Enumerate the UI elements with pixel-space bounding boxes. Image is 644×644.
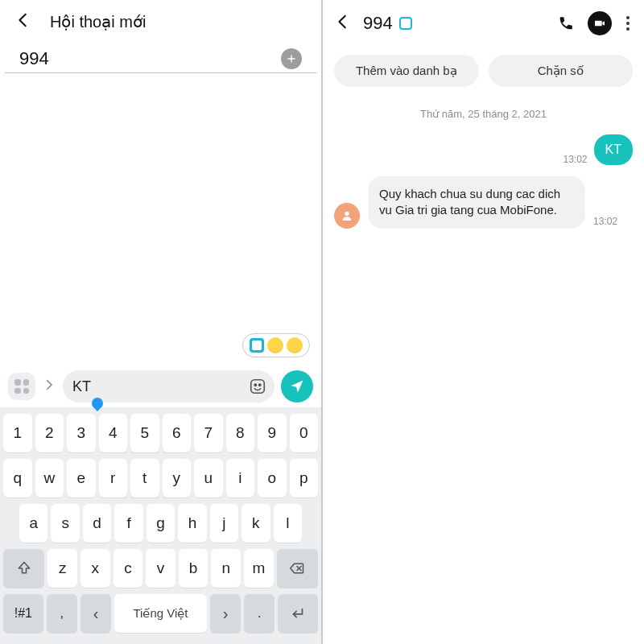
prev-lang-key[interactable]: ‹ <box>80 594 111 633</box>
key-f[interactable]: f <box>114 504 142 543</box>
key-8[interactable]: 8 <box>226 414 255 452</box>
back-icon[interactable] <box>14 11 32 32</box>
more-menu-icon[interactable] <box>623 16 633 31</box>
key-2[interactable]: 2 <box>35 414 64 452</box>
key-e[interactable]: e <box>67 459 96 497</box>
video-call-icon[interactable] <box>588 11 612 35</box>
key-m[interactable]: m <box>244 549 274 588</box>
block-number-chip[interactable]: Chặn số <box>489 55 634 87</box>
key-w[interactable]: w <box>35 459 64 497</box>
key-p[interactable]: p <box>290 459 319 497</box>
key-g[interactable]: g <box>147 504 175 543</box>
key-row-4: zxcvbnm <box>3 549 318 588</box>
incoming-time: 13:02 <box>593 216 617 227</box>
rcs-badge-icon <box>399 17 412 30</box>
key-n[interactable]: n <box>211 549 241 588</box>
key-l[interactable]: l <box>274 504 302 543</box>
svg-rect-2 <box>251 380 265 394</box>
compose-title: Hội thoại mới <box>50 12 146 31</box>
thread-title-text: 994 <box>363 13 393 34</box>
keyboard: 1234567890 qwertyuiop asdfghjkl zxcvbnm … <box>0 407 321 644</box>
key-x[interactable]: x <box>80 549 110 588</box>
key-u[interactable]: u <box>194 459 223 497</box>
key-r[interactable]: r <box>99 459 128 497</box>
key-y[interactable]: y <box>163 459 192 497</box>
key-j[interactable]: j <box>210 504 238 543</box>
recipient-input[interactable]: 994 <box>19 48 273 69</box>
svg-point-4 <box>259 384 261 386</box>
key-3[interactable]: 3 <box>67 414 96 452</box>
send-button[interactable] <box>281 370 313 402</box>
svg-point-3 <box>254 384 256 386</box>
key-s[interactable]: s <box>51 504 79 543</box>
key-6[interactable]: 6 <box>163 414 192 452</box>
svg-point-7 <box>345 211 349 215</box>
key-row-3: asdfghjkl <box>3 504 318 543</box>
key-h[interactable]: h <box>178 504 206 543</box>
apps-grid-icon[interactable] <box>8 373 35 400</box>
heart-eyes-emoji-icon <box>287 337 303 353</box>
compose-screen: Hội thoại mới 994 KT <box>0 0 321 644</box>
recipient-row: 994 <box>5 43 316 73</box>
symbols-key[interactable]: !#1 <box>3 594 43 633</box>
expand-icon[interactable] <box>42 378 56 395</box>
key-1[interactable]: 1 <box>3 414 32 452</box>
sticker-icon <box>250 338 264 353</box>
compose-header: Hội thoại mới <box>0 0 321 43</box>
outgoing-message-row: 13:02 KT <box>334 134 633 165</box>
key-c[interactable]: c <box>114 549 143 588</box>
action-chips: Thêm vào danh bạ Chặn số <box>323 47 644 101</box>
incoming-message-row: Quy khach chua su dung cac dich vu Gia t… <box>334 176 633 229</box>
outgoing-time: 13:02 <box>564 154 588 165</box>
thread-title: 994 <box>363 13 544 34</box>
comma-key[interactable]: , <box>47 594 77 633</box>
key-a[interactable]: a <box>19 504 47 543</box>
add-contact-chip[interactable]: Thêm vào danh bạ <box>334 55 479 87</box>
key-i[interactable]: i <box>226 459 255 497</box>
period-key[interactable]: . <box>244 594 275 633</box>
key-t[interactable]: t <box>130 459 159 497</box>
sender-avatar-icon[interactable] <box>334 203 360 229</box>
add-recipient-icon[interactable] <box>281 48 302 69</box>
key-row-2: qwertyuiop <box>3 459 318 497</box>
key-row-bottom: !#1 , ‹ Tiếng Việt › . <box>3 594 318 633</box>
heart-eyes-emoji-icon <box>267 337 283 353</box>
message-input[interactable]: KT <box>63 370 275 402</box>
key-b[interactable]: b <box>179 549 208 588</box>
key-9[interactable]: 9 <box>258 414 287 452</box>
thread-screen: 994 Thêm vào danh bạ Chặn số Thứ năm, 25… <box>323 0 644 644</box>
enter-key[interactable] <box>278 594 318 633</box>
key-k[interactable]: k <box>242 504 270 543</box>
shift-key[interactable] <box>3 549 44 588</box>
thread-header: 994 <box>323 0 644 47</box>
key-5[interactable]: 5 <box>130 414 159 452</box>
key-v[interactable]: v <box>146 549 175 588</box>
space-key[interactable]: Tiếng Việt <box>114 594 207 633</box>
message-input-value: KT <box>72 378 91 395</box>
date-separator: Thứ năm, 25 tháng 2, 2021 <box>334 108 633 120</box>
incoming-bubble[interactable]: Quy khach chua su dung cac dich vu Gia t… <box>368 176 585 229</box>
quick-emoji-pill[interactable] <box>242 333 310 357</box>
key-q[interactable]: q <box>3 459 32 497</box>
message-body <box>0 73 321 365</box>
call-icon[interactable] <box>555 13 576 34</box>
backspace-key[interactable] <box>277 549 318 588</box>
back-icon[interactable] <box>334 13 352 34</box>
key-row-1: 1234567890 <box>3 414 318 452</box>
next-lang-key[interactable]: › <box>210 594 241 633</box>
compose-row: KT <box>0 365 321 407</box>
key-o[interactable]: o <box>258 459 287 497</box>
message-thread: Thứ năm, 25 tháng 2, 2021 13:02 KT Quy k… <box>323 101 644 644</box>
emoji-picker-icon[interactable] <box>249 378 266 395</box>
key-d[interactable]: d <box>83 504 111 543</box>
key-4[interactable]: 4 <box>99 414 128 452</box>
key-0[interactable]: 0 <box>290 414 319 452</box>
key-z[interactable]: z <box>47 549 77 588</box>
outgoing-bubble[interactable]: KT <box>594 134 633 165</box>
key-7[interactable]: 7 <box>194 414 223 452</box>
